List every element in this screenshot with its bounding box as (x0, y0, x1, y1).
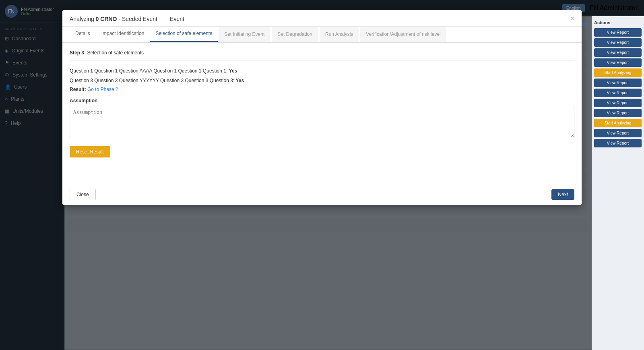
next-button[interactable]: Next (551, 189, 574, 200)
view-report-button-2[interactable]: View Report (594, 38, 642, 47)
result-text: Result: Go to Phase 2 (70, 87, 574, 92)
tab-selection-safe-elements[interactable]: Selection of safe elements (150, 27, 218, 42)
tab-verification-adjustment[interactable]: Verification/Adjustment of risk level (360, 27, 446, 42)
view-report-button-10[interactable]: View Report (594, 139, 642, 147)
question-1: Question 1 Question 1 Question AAAA Ques… (70, 67, 574, 75)
modal-close-button[interactable]: × (571, 16, 574, 22)
start-analyzing-button-1[interactable]: Start Analyzing (594, 68, 642, 77)
right-panel: Actions View Report View Report View Rep… (592, 16, 644, 350)
modal-title: Analyzing 0 CRNO - Seeded Event Event (70, 16, 184, 22)
modal-body: Step 3: Selection of safe elements Quest… (62, 43, 582, 184)
reset-result-button[interactable]: Reset Result (70, 146, 110, 157)
result-link[interactable]: Go to Phase 2 (87, 87, 118, 92)
tab-run-analysis[interactable]: Run Analysis (320, 27, 359, 42)
view-report-button-5[interactable]: View Report (594, 79, 642, 87)
question-2: Question 3 Question 3 Question YYYYYY Qu… (70, 77, 574, 84)
view-report-button-7[interactable]: View Report (594, 99, 642, 107)
step-label: Step 3: Selection of safe elements (70, 50, 574, 61)
assumption-textarea[interactable] (70, 106, 574, 138)
tab-details[interactable]: Details (70, 27, 96, 42)
modal-dialog: Analyzing 0 CRNO - Seeded Event Event × … (62, 10, 582, 205)
start-analyzing-button-2[interactable]: Start Analyzing (594, 119, 642, 127)
tab-impact-identification[interactable]: Impact Identification (96, 27, 150, 42)
view-report-button-8[interactable]: View Report (594, 109, 642, 117)
view-report-button-4[interactable]: View Report (594, 58, 642, 67)
modal-tabs: Details Impact Identification Selection … (62, 27, 582, 43)
modal-footer: Close Next (62, 184, 582, 205)
modal-header: Analyzing 0 CRNO - Seeded Event Event × (62, 10, 582, 27)
assumption-label: Assumption (70, 98, 574, 104)
view-report-button-9[interactable]: View Report (594, 129, 642, 137)
view-report-button-6[interactable]: View Report (594, 89, 642, 97)
actions-title: Actions (594, 20, 642, 25)
tab-set-initiating-event[interactable]: Set Initiating Event (219, 27, 270, 42)
view-report-button-1[interactable]: View Report (594, 28, 642, 37)
close-button[interactable]: Close (70, 189, 96, 200)
view-report-button-3[interactable]: View Report (594, 48, 642, 57)
tab-set-degradation[interactable]: Set Degradation (272, 27, 318, 42)
